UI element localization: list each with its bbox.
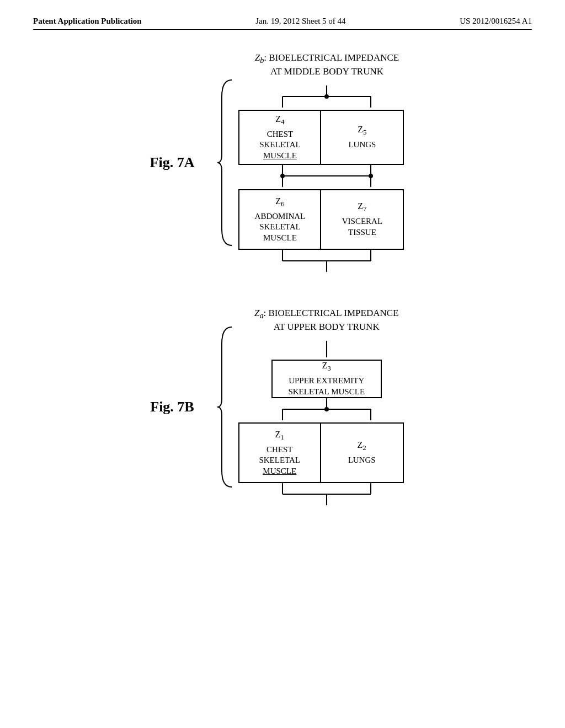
fig-7a-brace-icon (216, 74, 233, 251)
fig-7b-top-line (238, 341, 415, 357)
fig-7a-title: Zb: BIOELECTRICAL IMPEDANCE AT MIDDLE BO… (238, 52, 415, 78)
fig-7b-bottom-row: Z1 CHEST SKELETAL MUSCLE Z2 LUNGS (238, 422, 415, 483)
box-z2-text: LUNGS (348, 455, 376, 466)
page: Patent Application Publication Jan. 19, … (0, 0, 565, 728)
box-z6-id: Z6 (275, 196, 284, 209)
box-z1-id: Z1 (275, 429, 284, 442)
box-z5-sub: 5 (363, 128, 367, 136)
fig-7b-title: Za: BIOELECTRICAL IMPEDANCE AT UPPER BOD… (238, 307, 415, 333)
fig-7b-diagram: Za: BIOELECTRICAL IMPEDANCE AT UPPER BOD… (238, 307, 415, 507)
box-z4-id: Z4 (275, 114, 284, 127)
box-z6-text2: SKELETAL (259, 222, 301, 233)
fig-7b-mid-connector (238, 398, 415, 420)
box-z7: Z7 VISCERAL TISSUE (321, 189, 404, 250)
fig-7b-title-line2: AT UPPER BODY TRUNK (274, 322, 380, 332)
fig-7a-bottom-row: Z6 ABDOMINAL SKELETAL MUSCLE Z7 VISCERAL… (238, 189, 415, 250)
box-z7-sub: 7 (363, 205, 367, 213)
box-z2: Z2 LUNGS (321, 422, 404, 483)
fig-7b-title-rest: : BIOELECTRICAL IMPEDANCE (264, 308, 399, 318)
box-z3: Z3 UPPER EXTREMITY SKELETAL MUSCLE (271, 360, 382, 398)
fig-7b-title-z: Za (254, 308, 264, 318)
header-publication-label: Patent Application Publication (33, 17, 142, 26)
fig-7a-title-rest: : BIOELECTRICAL IMPEDANCE (264, 52, 399, 63)
box-z6: Z6 ABDOMINAL SKELETAL MUSCLE (238, 189, 321, 250)
fig-7a-bottom-connector (238, 250, 415, 272)
fig-7a-label: Fig. 7A (150, 154, 195, 171)
box-z4: Z4 CHEST SKELETAL MUSCLE (238, 110, 321, 165)
fig-7a-top-connector (238, 85, 415, 108)
box-z4-sub: 4 (281, 117, 285, 126)
fig-7a-top-row: Z4 CHEST SKELETAL MUSCLE Z5 LUNGS (238, 110, 415, 165)
fig-7a-diagram: Zb: BIOELECTRICAL IMPEDANCE AT MIDDLE BO… (238, 52, 415, 274)
box-z6-text3: MUSCLE (263, 233, 297, 244)
box-z3-sub: 3 (327, 364, 331, 372)
box-z3-id: Z3 (322, 360, 331, 373)
box-z7-text1: VISCERAL (342, 216, 382, 227)
header-patent-number: US 2012/0016254 A1 (460, 17, 532, 26)
fig-7a-title-z: Zb (255, 52, 264, 63)
box-z4-text3: MUSCLE (263, 151, 297, 162)
box-z6-text1: ABDOMINAL (255, 211, 306, 222)
box-z1-text2: SKELETAL (259, 455, 300, 466)
box-z7-text2: TISSUE (348, 227, 376, 238)
fig-7b-brace-container: Za: BIOELECTRICAL IMPEDANCE AT UPPER BOD… (216, 307, 415, 507)
box-z2-sub: 2 (363, 443, 366, 452)
box-z5: Z5 LUNGS (321, 110, 404, 165)
fig-7b-bottom-connector (238, 483, 415, 505)
figures-container: Fig. 7A Zb: BIOELECTRICAL IMPEDANCE AT M… (33, 46, 532, 507)
box-z5-id: Z5 (358, 124, 366, 137)
fig-7b-brace-icon (216, 322, 233, 493)
page-header: Patent Application Publication Jan. 19, … (33, 17, 532, 30)
box-z4-text2: SKELETAL (259, 140, 301, 151)
fig-7a-brace-container: Zb: BIOELECTRICAL IMPEDANCE AT MIDDLE BO… (216, 52, 415, 274)
box-z6-sub: 6 (281, 200, 285, 208)
box-z3-text1: UPPER EXTREMITY (289, 376, 364, 387)
box-z4-text1: CHEST (267, 129, 294, 140)
fig-7a-title-line2: AT MIDDLE BODY TRUNK (270, 66, 383, 77)
fig-7b-z3-row: Z3 UPPER EXTREMITY SKELETAL MUSCLE (238, 360, 415, 398)
fig-7b-label: Fig. 7B (150, 399, 194, 415)
box-z7-id: Z7 (358, 201, 366, 214)
box-z1-sub: 1 (280, 433, 284, 441)
fig-7b-title-sub: a (259, 311, 263, 320)
box-z1-text1: CHEST (266, 445, 293, 456)
figure-7b-section: Fig. 7B Za: BIOELECTRICAL IMPEDANCE AT U… (33, 307, 532, 507)
figure-7a-section: Fig. 7A Zb: BIOELECTRICAL IMPEDANCE AT M… (33, 52, 532, 274)
box-z3-text2: SKELETAL MUSCLE (288, 387, 365, 398)
box-z1: Z1 CHEST SKELETAL MUSCLE (238, 422, 321, 483)
header-date-sheet: Jan. 19, 2012 Sheet 5 of 44 (255, 17, 345, 26)
box-z2-id: Z2 (358, 440, 366, 453)
fig-7a-mid-connector (238, 165, 415, 187)
box-z5-text: LUNGS (348, 140, 376, 151)
box-z1-text3: MUSCLE (263, 466, 296, 477)
